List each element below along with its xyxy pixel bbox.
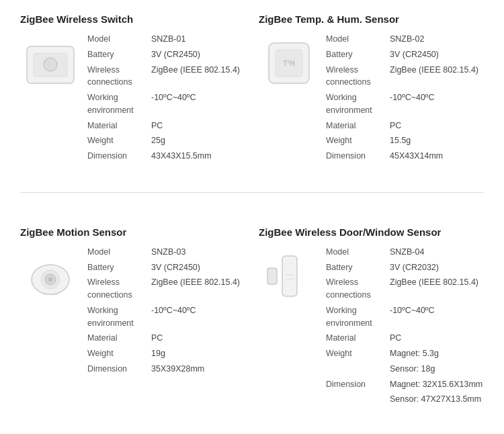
spec-value: SNZB-03 xyxy=(151,246,245,259)
spec-label: Working environment xyxy=(87,91,151,117)
spec-value: Sensor: 47X27X13.5mm xyxy=(390,393,484,406)
spec-row: Battery 3V (CR2032) xyxy=(326,261,484,274)
spec-label: Wireless connections xyxy=(87,276,151,302)
spec-label: Dimension xyxy=(87,150,151,163)
svg-point-2 xyxy=(44,58,57,71)
product-image-door-window xyxy=(259,246,319,306)
spec-value: PC xyxy=(151,120,245,132)
spec-value: 3V (CR2032) xyxy=(390,261,484,274)
spec-label: Weight xyxy=(87,347,151,360)
spec-row: Dimension 43X43X15.5mm xyxy=(87,150,245,163)
spec-row: Battery 3V (CR2450) xyxy=(326,48,484,61)
product-card-temp-hum: ZigBee Temp. & Hum. Sensor T°H Model SNZ… xyxy=(259,13,484,165)
spec-label: Working environment xyxy=(87,304,151,330)
spec-label: Weight xyxy=(326,347,390,360)
spec-label: Battery xyxy=(326,48,390,61)
spec-row: Model SNZB-01 xyxy=(87,33,245,46)
product-specs-temp-hum: Model SNZB-02 Battery 3V (CR2450) Wirele… xyxy=(326,33,484,165)
spec-label xyxy=(326,363,390,376)
spec-value: 15.5g xyxy=(390,134,484,147)
spec-row: Sensor: 47X27X13.5mm xyxy=(326,393,484,406)
spec-row: Battery 3V (CR2450) xyxy=(87,48,245,61)
spec-row: Model SNZB-04 xyxy=(326,246,484,259)
spec-label: Battery xyxy=(87,48,151,61)
spec-value: -10ºC~40ºC xyxy=(390,91,484,117)
spec-value: PC xyxy=(151,332,245,345)
spec-row: Sensor: 18g xyxy=(326,363,484,376)
spec-label: Weight xyxy=(326,134,390,147)
spec-row: Working environment -10ºC~40ºC xyxy=(87,304,245,330)
spec-label: Material xyxy=(326,120,390,132)
spec-label: Wireless connections xyxy=(87,64,151,89)
spec-row: Model SNZB-02 xyxy=(326,33,484,46)
spec-value: 3V (CR2450) xyxy=(151,48,245,61)
product-image-motion xyxy=(20,246,81,306)
spec-row: Working environment -10ºC~40ºC xyxy=(326,91,484,117)
spec-label: Model xyxy=(326,33,390,46)
product-body-door-window: Model SNZB-04 Battery 3V (CR2032) Wirele… xyxy=(259,246,484,408)
product-image-switch xyxy=(20,33,81,93)
spec-row: Material PC xyxy=(87,332,245,345)
spec-value: SNZB-02 xyxy=(390,33,484,46)
spec-row: Working environment -10ºC~40ºC xyxy=(87,91,245,117)
spec-row: Dimension 45X43X14mm xyxy=(326,150,484,163)
spec-label xyxy=(326,393,390,406)
svg-rect-11 xyxy=(282,256,297,296)
spec-label: Battery xyxy=(326,261,390,274)
spec-row: Weight 15.5g xyxy=(326,134,484,147)
spec-row: Dimension Magnet: 32X15.6X13mm xyxy=(326,378,484,391)
spec-value: ZigBee (IEEE 802.15.4) xyxy=(151,64,245,89)
spec-label: Dimension xyxy=(326,150,390,163)
product-title-switch: ZigBee Wireless Switch xyxy=(20,13,245,25)
spec-value: 19g xyxy=(151,347,245,360)
spec-label: Working environment xyxy=(326,304,390,330)
spec-label: Model xyxy=(87,246,151,259)
product-card-motion: ZigBee Motion Sensor Model SNZB-03 xyxy=(20,226,245,408)
spec-value: ZigBee (IEEE 802.15.4) xyxy=(151,276,245,302)
product-title-door-window: ZigBee Wireless Door/Window Sensor xyxy=(259,226,484,238)
product-title-motion: ZigBee Motion Sensor xyxy=(20,226,245,238)
spec-value: -10ºC~40ºC xyxy=(151,304,245,330)
spec-row: Battery 3V (CR2450) xyxy=(87,261,245,274)
spec-row: Wireless connections ZigBee (IEEE 802.15… xyxy=(326,64,484,89)
spec-row: Dimension 35X39X28mm xyxy=(87,363,245,376)
svg-text:T°H: T°H xyxy=(283,60,294,67)
spec-row: Wireless connections ZigBee (IEEE 802.15… xyxy=(87,276,245,302)
spec-label: Battery xyxy=(87,261,151,274)
spec-label: Dimension xyxy=(87,363,151,376)
product-specs-switch: Model SNZB-01 Battery 3V (CR2450) Wirele… xyxy=(87,33,245,165)
spec-value: 35X39X28mm xyxy=(151,363,245,376)
spec-value: -10ºC~40ºC xyxy=(390,304,484,330)
spec-row: Weight Magnet: 5.3g xyxy=(326,347,484,360)
product-specs-motion: Model SNZB-03 Battery 3V (CR2450) Wirele… xyxy=(87,246,245,378)
product-title-temp-hum: ZigBee Temp. & Hum. Sensor xyxy=(259,13,484,25)
svg-rect-12 xyxy=(267,268,277,284)
spec-value: PC xyxy=(390,332,484,345)
spec-row: Weight 25g xyxy=(87,134,245,147)
spec-value: Magnet: 5.3g xyxy=(390,347,484,360)
spec-value: PC xyxy=(390,120,484,132)
spec-value: ZigBee (IEEE 802.15.4) xyxy=(390,64,484,89)
spec-label: Wireless connections xyxy=(326,276,390,302)
spec-row: Weight 19g xyxy=(87,347,245,360)
spec-value: Sensor: 18g xyxy=(390,363,484,376)
spec-label: Model xyxy=(87,33,151,46)
spec-value: SNZB-04 xyxy=(390,246,484,259)
spec-value: Magnet: 32X15.6X13mm xyxy=(390,378,484,391)
product-card-door-window: ZigBee Wireless Door/Window Sensor Model… xyxy=(259,226,484,408)
svg-point-10 xyxy=(48,277,52,281)
spec-label: Working environment xyxy=(326,91,390,117)
product-specs-door-window: Model SNZB-04 Battery 3V (CR2032) Wirele… xyxy=(326,246,484,408)
spec-label: Model xyxy=(326,246,390,259)
spec-row: Wireless connections ZigBee (IEEE 802.15… xyxy=(87,64,245,89)
spec-value: 3V (CR2450) xyxy=(390,48,484,61)
spec-value: ZigBee (IEEE 802.15.4) xyxy=(390,276,484,302)
product-body-motion: Model SNZB-03 Battery 3V (CR2450) Wirele… xyxy=(20,246,245,378)
section-divider xyxy=(20,192,484,193)
product-body-switch: Model SNZB-01 Battery 3V (CR2450) Wirele… xyxy=(20,33,245,165)
product-image-temp-hum: T°H xyxy=(259,33,319,93)
spec-value: SNZB-01 xyxy=(151,33,245,46)
spec-value: -10ºC~40ºC xyxy=(151,91,245,117)
products-grid: ZigBee Wireless Switch Model SNZB-01 Bat… xyxy=(20,13,484,408)
spec-row: Working environment -10ºC~40ºC xyxy=(326,304,484,330)
